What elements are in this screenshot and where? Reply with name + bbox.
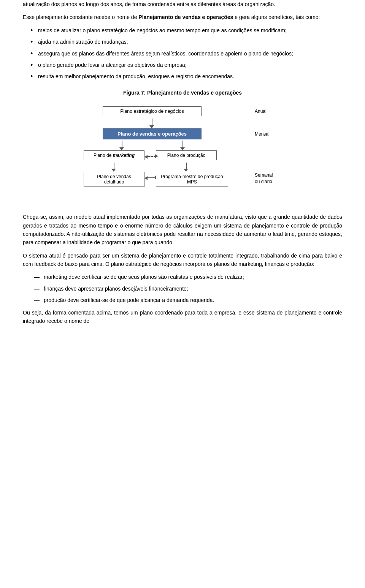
paragraph4: Ou seja, da forma comentada acima, temos… bbox=[23, 308, 342, 326]
list-item: ajuda na administração de mudanças; bbox=[30, 38, 342, 46]
em-dash-item: marketing deve certificar-se de que seus… bbox=[34, 273, 342, 281]
label-mensal: Mensal bbox=[255, 131, 270, 137]
arrow-head-3b bbox=[184, 169, 188, 172]
box-estrategico: Plano estratégico de negócios bbox=[103, 106, 202, 116]
arrow-left-dashed bbox=[144, 155, 148, 159]
arrow-head-3a bbox=[111, 169, 116, 172]
box-vendas-detalhado: Plano de vendas detalhado bbox=[84, 172, 144, 187]
arrow-left-2 bbox=[144, 176, 148, 180]
em-dash-item: finanças deve apresentar planos desejáve… bbox=[34, 285, 342, 293]
arrow-head-2a bbox=[119, 147, 124, 150]
box-producao: Plano de produção bbox=[156, 150, 217, 160]
solid-line bbox=[148, 177, 156, 178]
arrow-line-2b bbox=[182, 141, 183, 148]
em-dash-item: produção deve certificar-se de que pode … bbox=[34, 296, 342, 304]
list-item: resulta em melhor planejamento da produç… bbox=[30, 72, 342, 81]
label-semanal: Semanalou diário bbox=[255, 172, 273, 185]
label-anual: Anual bbox=[255, 109, 267, 114]
arrow-line-2a bbox=[122, 141, 122, 148]
intro-text: atualização dos planos ao longo dos anos… bbox=[23, 0, 342, 8]
em-dash-list: marketing deve certificar-se de que seus… bbox=[34, 273, 342, 304]
paragraph1: Esse planejamento constante recebe o nom… bbox=[23, 13, 342, 21]
dashed-line bbox=[148, 156, 156, 157]
main-content: atualização dos planos ao longo dos anos… bbox=[23, 0, 342, 325]
arrow-right-dashed bbox=[155, 154, 158, 158]
figure-title: Figura 7: Planejamento de vendas e opera… bbox=[23, 89, 342, 97]
figure-container: Plano estratégico de negócios Anual Plan… bbox=[23, 103, 342, 205]
bold-term: Planejamento de vendas e operações bbox=[138, 14, 233, 20]
list-item: o plano gerado pode levar a alcançar os … bbox=[30, 61, 342, 69]
box-vendas-operacoes: Plano de vendas e operações bbox=[103, 128, 202, 139]
box-marketing: Plano de marketing bbox=[84, 150, 144, 160]
list-item: assegura que os planos das diferentes ár… bbox=[30, 49, 342, 58]
arrow-head-2b bbox=[180, 147, 185, 150]
arrow-head-1 bbox=[149, 125, 154, 128]
paragraph2: Chega-se, assim, ao modelo atual impleme… bbox=[23, 213, 342, 247]
arrow-line-1 bbox=[152, 119, 152, 126]
benefits-list: meios de atualizar o plano estratégico d… bbox=[30, 26, 342, 81]
paragraph3: O sistema atual é pensado para ser um si… bbox=[23, 251, 342, 269]
box-mps: Programa-mestre de produção MPS bbox=[156, 172, 228, 187]
list-item: meios de atualizar o plano estratégico d… bbox=[30, 26, 342, 35]
